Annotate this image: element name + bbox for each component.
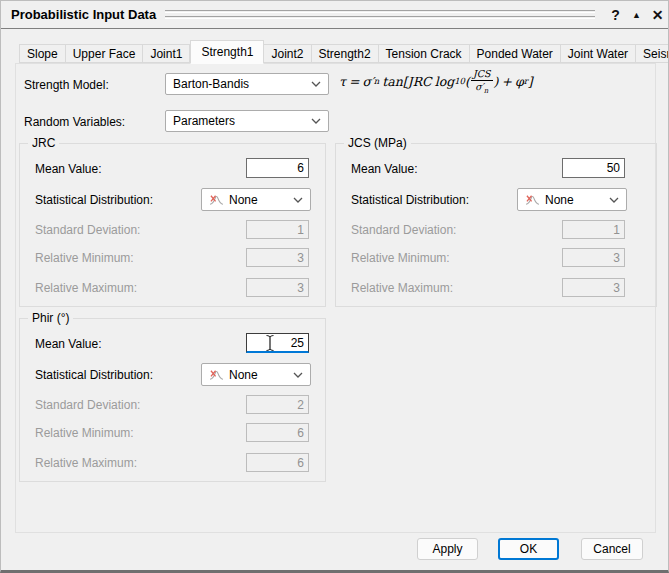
jrc-rel-maximum-input — [246, 278, 309, 297]
phir-mean-value-input[interactable] — [246, 333, 309, 353]
jcs-distribution-select[interactable]: None — [517, 188, 627, 211]
tab-seismic[interactable]: Seismic — [636, 44, 669, 63]
phir-distribution-select[interactable]: None — [201, 363, 311, 386]
tab-tension-crack[interactable]: Tension Crack — [379, 44, 470, 63]
phir-rel-minimum-input — [246, 423, 309, 442]
chevron-down-icon — [293, 197, 303, 203]
tab-ponded-water[interactable]: Ponded Water — [470, 44, 561, 63]
tab-slope[interactable]: Slope — [19, 44, 66, 63]
random-variables-select[interactable]: Parameters — [165, 110, 329, 132]
phir-std-deviation-input — [246, 395, 309, 414]
jcs-distribution-label: Statistical Distribution: — [351, 193, 469, 207]
jrc-rel-minimum-input — [246, 248, 309, 267]
jrc-distribution-select[interactable]: None — [201, 188, 311, 211]
help-icon[interactable]: ? — [605, 2, 626, 28]
jcs-rel-minimum-input — [562, 248, 625, 267]
phir-rel-maximum-input — [246, 453, 309, 472]
distribution-none-icon — [525, 193, 540, 206]
titlebar-grip — [165, 10, 595, 19]
tab-joint-water[interactable]: Joint Water — [561, 44, 636, 63]
cancel-button[interactable]: Cancel — [581, 538, 643, 560]
chevron-down-icon — [311, 81, 321, 87]
titlebar: Probabilistic Input Data ? ▲ ✕ — [1, 1, 668, 29]
jcs-mean-value-input[interactable] — [562, 158, 625, 178]
jrc-mean-value-label: Mean Value: — [35, 162, 102, 176]
text-cursor — [265, 334, 275, 352]
strength-model-value: Barton-Bandis — [173, 77, 249, 91]
tab-joint1[interactable]: Joint1 — [143, 44, 190, 63]
tab-panel-strength1: Strength Model: Barton-Bandis τ=σ′ntan[J… — [15, 63, 656, 533]
phir-std-deviation-label: Standard Deviation: — [35, 398, 140, 412]
jcs-distribution-value: None — [545, 193, 574, 207]
phir-distribution-value: None — [229, 368, 258, 382]
random-variables-value: Parameters — [173, 114, 235, 128]
dialog-probabilistic-input-data: Probabilistic Input Data ? ▲ ✕ Slope Upp… — [0, 0, 669, 573]
distribution-none-icon — [209, 368, 224, 381]
phir-rel-maximum-label: Relative Maximum: — [35, 456, 137, 470]
strength-model-select[interactable]: Barton-Bandis — [165, 73, 329, 95]
group-box-jcs: JCS (MPa) Mean Value: Statistical Distri… — [335, 143, 657, 307]
apply-button[interactable]: Apply — [417, 538, 478, 560]
jcs-std-deviation-label: Standard Deviation: — [351, 223, 456, 237]
jrc-mean-value-input[interactable] — [246, 158, 309, 178]
tab-bar: Slope Upper Face Joint1 Strength1 Joint2… — [19, 40, 669, 63]
jcs-rel-maximum-label: Relative Maximum: — [351, 281, 453, 295]
close-icon[interactable]: ✕ — [647, 2, 668, 28]
collapse-icon[interactable]: ▲ — [626, 2, 647, 28]
jrc-distribution-value: None — [229, 193, 258, 207]
tab-joint2[interactable]: Joint2 — [264, 44, 311, 63]
jrc-rel-maximum-label: Relative Maximum: — [35, 281, 137, 295]
jrc-std-deviation-label: Standard Deviation: — [35, 223, 140, 237]
group-title-jcs: JCS (MPa) — [344, 136, 411, 150]
jcs-mean-value-label: Mean Value: — [351, 162, 418, 176]
chevron-down-icon — [311, 118, 321, 124]
chevron-down-icon — [293, 372, 303, 378]
jcs-std-deviation-input — [562, 220, 625, 239]
phir-distribution-label: Statistical Distribution: — [35, 368, 153, 382]
jcs-rel-minimum-label: Relative Minimum: — [351, 251, 450, 265]
jrc-rel-minimum-label: Relative Minimum: — [35, 251, 134, 265]
phir-rel-minimum-label: Relative Minimum: — [35, 426, 134, 440]
tab-upper-face[interactable]: Upper Face — [66, 44, 144, 63]
group-title-phir: Phir (°) — [28, 311, 73, 325]
jrc-distribution-label: Statistical Distribution: — [35, 193, 153, 207]
distribution-none-icon — [209, 193, 224, 206]
window-title: Probabilistic Input Data — [11, 7, 156, 22]
strength-model-label: Strength Model: — [24, 78, 109, 92]
phir-mean-value-label: Mean Value: — [35, 337, 102, 351]
ok-button[interactable]: OK — [498, 538, 559, 560]
random-variables-label: Random Variables: — [24, 115, 125, 129]
group-box-phir: Phir (°) Mean Value: Statistical Distrib… — [19, 318, 326, 482]
tab-strength1[interactable]: Strength1 — [190, 40, 264, 64]
group-title-jrc: JRC — [28, 136, 59, 150]
barton-bandis-formula: τ=σ′ntan[JRClog10(JCSσ′n)+φr] — [339, 68, 533, 94]
chevron-down-icon — [609, 197, 619, 203]
tab-strength2[interactable]: Strength2 — [312, 44, 379, 63]
jrc-std-deviation-input — [246, 220, 309, 239]
group-box-jrc: JRC Mean Value: Statistical Distribution… — [19, 143, 326, 307]
jcs-rel-maximum-input — [562, 278, 625, 297]
